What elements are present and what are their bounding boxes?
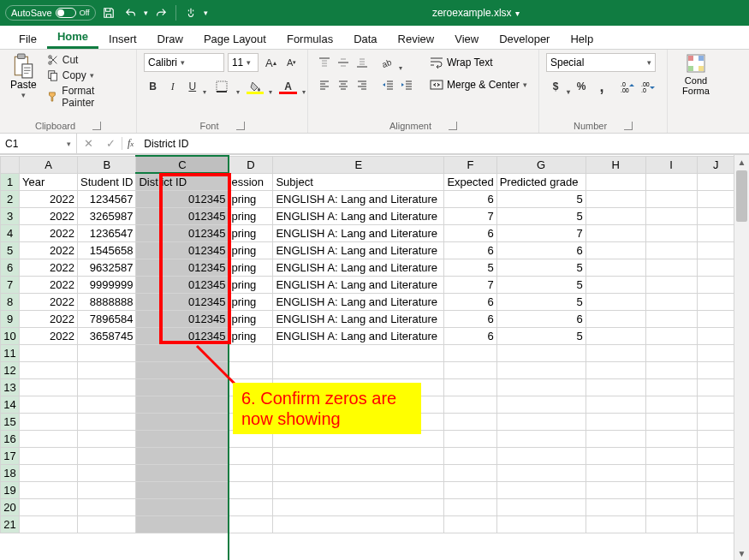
cell[interactable]: pring — [229, 327, 273, 344]
cell[interactable]: 5 — [496, 276, 586, 293]
increase-font-icon[interactable]: A▴ — [262, 53, 280, 72]
cell[interactable] — [136, 447, 229, 464]
cell[interactable]: pring — [229, 241, 273, 259]
cell[interactable]: 7 — [444, 276, 496, 293]
cell[interactable] — [78, 498, 136, 515]
row-header-1[interactable]: 1 — [1, 173, 20, 190]
row-header-6[interactable]: 6 — [1, 259, 20, 276]
cell[interactable] — [273, 515, 444, 533]
cell[interactable]: ENGLISH A: Lang and Literature — [273, 207, 444, 224]
col-header-I[interactable]: I — [645, 156, 697, 173]
cell[interactable] — [586, 361, 645, 378]
cell[interactable] — [645, 293, 697, 310]
cell[interactable] — [496, 344, 586, 361]
row-header-16[interactable]: 16 — [1, 430, 20, 447]
cell[interactable] — [20, 515, 78, 533]
cell[interactable] — [697, 276, 734, 293]
cell[interactable] — [20, 378, 78, 396]
cell[interactable] — [229, 361, 273, 378]
cell[interactable] — [645, 396, 697, 413]
cell[interactable] — [586, 515, 645, 533]
number-dialog-launcher[interactable] — [624, 122, 633, 130]
row-header-13[interactable]: 13 — [1, 378, 20, 396]
cell[interactable]: ENGLISH A: Lang and Literature — [273, 190, 444, 207]
cell[interactable] — [273, 344, 444, 361]
tab-view[interactable]: View — [444, 27, 489, 49]
row-header-21[interactable]: 21 — [1, 515, 20, 533]
row-header-12[interactable]: 12 — [1, 361, 20, 378]
cell[interactable] — [444, 378, 496, 396]
cell[interactable] — [586, 241, 645, 259]
cell[interactable]: ENGLISH A: Lang and Literature — [273, 293, 444, 310]
cell[interactable] — [645, 413, 697, 430]
clipboard-dialog-launcher[interactable] — [92, 122, 101, 130]
align-right-icon[interactable] — [353, 75, 372, 94]
cell[interactable] — [444, 361, 496, 378]
cell[interactable] — [444, 464, 496, 481]
cell[interactable] — [273, 498, 444, 515]
cell[interactable] — [136, 430, 229, 447]
accounting-format-button[interactable]: $ — [546, 77, 565, 96]
cell[interactable]: ENGLISH A: Lang and Literature — [273, 327, 444, 344]
wrap-text-button[interactable]: Wrap Text — [426, 53, 531, 72]
cell[interactable]: 6 — [496, 310, 586, 327]
tab-formulas[interactable]: Formulas — [276, 27, 343, 49]
cell[interactable] — [645, 447, 697, 464]
tab-developer[interactable]: Developer — [489, 27, 560, 49]
cell[interactable]: ENGLISH A: Lang and Literature — [273, 276, 444, 293]
cell[interactable]: 7896584 — [78, 310, 136, 327]
col-header-G[interactable]: G — [496, 156, 586, 173]
cell[interactable] — [273, 481, 444, 498]
cell[interactable] — [697, 259, 734, 276]
col-header-C[interactable]: C — [136, 156, 229, 173]
cell[interactable] — [229, 515, 273, 533]
cell[interactable] — [136, 481, 229, 498]
align-left-icon[interactable] — [315, 75, 334, 94]
cell[interactable]: 2022 — [20, 190, 78, 207]
col-header-F[interactable]: F — [444, 156, 496, 173]
cell[interactable]: 9632587 — [78, 259, 136, 276]
cell[interactable]: 7 — [444, 207, 496, 224]
conditional-formatting-button[interactable]: Cond Forma — [675, 53, 717, 96]
cell[interactable] — [586, 327, 645, 344]
cell[interactable]: 6 — [444, 293, 496, 310]
cell[interactable]: ENGLISH A: Lang and Literature — [273, 241, 444, 259]
row-header-11[interactable]: 11 — [1, 344, 20, 361]
alignment-dialog-launcher[interactable] — [449, 122, 457, 130]
row-header-14[interactable]: 14 — [1, 396, 20, 413]
cell[interactable]: 1236547 — [78, 224, 136, 241]
cell[interactable]: 6 — [496, 241, 586, 259]
row-header-17[interactable]: 17 — [1, 447, 20, 464]
cell[interactable] — [78, 515, 136, 533]
cell[interactable]: 6 — [444, 224, 496, 241]
cell[interactable] — [586, 498, 645, 515]
cell[interactable] — [78, 413, 136, 430]
col-header-H[interactable]: H — [586, 156, 645, 173]
copy-button[interactable]: Copy ▾ — [45, 69, 129, 82]
cell[interactable] — [78, 481, 136, 498]
formula-input[interactable]: District ID — [139, 138, 749, 150]
cell[interactable]: 5 — [444, 259, 496, 276]
cell[interactable] — [444, 447, 496, 464]
font-dialog-launcher[interactable] — [236, 122, 245, 130]
cell[interactable] — [136, 515, 229, 533]
cell[interactable]: 3658745 — [78, 327, 136, 344]
cell[interactable] — [586, 190, 645, 207]
cell[interactable] — [586, 276, 645, 293]
cell[interactable] — [78, 464, 136, 481]
cell[interactable] — [586, 430, 645, 447]
cell[interactable]: 6 — [444, 241, 496, 259]
font-name-combo[interactable]: Calibri▾ — [144, 53, 224, 72]
cell[interactable]: 012345 — [136, 224, 229, 241]
cell[interactable] — [496, 498, 586, 515]
cell[interactable] — [229, 498, 273, 515]
cell[interactable] — [444, 515, 496, 533]
cell[interactable]: 1234567 — [78, 190, 136, 207]
scroll-thumb[interactable] — [736, 170, 747, 222]
tab-help[interactable]: Help — [560, 27, 603, 49]
cell[interactable] — [697, 430, 734, 447]
cell[interactable] — [697, 173, 734, 190]
cell[interactable]: Predicted grade — [496, 173, 586, 190]
cell[interactable] — [273, 447, 444, 464]
cell[interactable] — [586, 173, 645, 190]
